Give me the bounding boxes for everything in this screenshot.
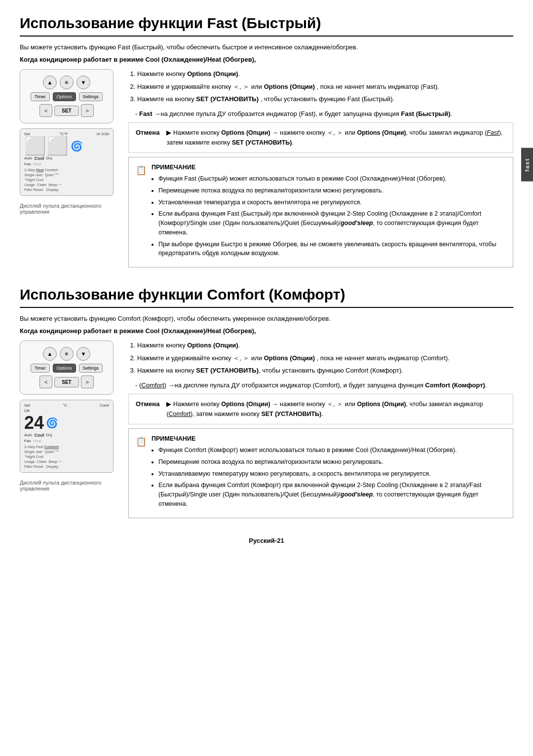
disp-opt-4: Usage Clean Beep °°°	[24, 183, 109, 187]
comfort-display-digit: 24	[24, 414, 44, 432]
fast-cancel-text: ▶ Нажмите кнопку Options (Опции) → нажми…	[166, 128, 506, 148]
page-footer: Русский-21	[20, 537, 513, 544]
comfort-disp-opt-3: ⁺Night Cool	[24, 454, 109, 459]
display-big-num: ⬜⬜	[24, 137, 69, 155]
fast-note-5: При выборе функции Быстро в режиме Обогр…	[158, 240, 506, 259]
comfort-remote-left-arrow[interactable]: ＜	[39, 376, 52, 388]
remote-down-btn[interactable]: ▼	[76, 76, 90, 89]
comfort-step-1: Нажмите кнопку Options (Опции).	[137, 340, 513, 350]
comfort-remote-mode-btn[interactable]: ⊕	[60, 347, 74, 361]
fast-note-label: ПРИМЕЧАНИЕ	[152, 162, 506, 172]
comfort-disp-opt-4: Usage Clean Beep °°°	[24, 459, 109, 464]
remote-options-btn[interactable]: Options	[53, 92, 76, 101]
comfort-note-2: Перемещение потока воздуха по вертикали/…	[158, 457, 506, 467]
comfort-remote-top-buttons: ▲ ⊕ ▼	[43, 347, 90, 361]
comfort-display-set: Set	[24, 403, 30, 408]
remote-nav-row: ＜ SET ＞	[39, 104, 93, 117]
comfort-mode-heat: Heat	[33, 439, 41, 443]
comfort-mode-fan: Fan	[24, 439, 31, 443]
comfort-note-box: 📋 ПРИМЕЧАНИЕ Функция Comfort (Комфорт) м…	[128, 428, 513, 518]
comfort-remote-set-btn[interactable]: SET	[54, 377, 78, 387]
comfort-cancel-text: ▶ Нажмите кнопку Options (Опции) → нажми…	[166, 399, 506, 419]
comfort-remote-down-btn[interactable]: ▼	[76, 347, 90, 361]
fast-desc: Вы можете установить функцию Fast (Быстр…	[20, 43, 513, 51]
comfort-instructions: Нажмите кнопку Options (Опции). Нажмите …	[128, 340, 513, 522]
comfort-content-row: ▲ ⊕ ▼ Timer Options Settings ＜ SET ＞	[20, 340, 513, 522]
display-fan-icon: 🌀	[71, 140, 83, 152]
fast-note-icon: 📋	[136, 163, 147, 262]
comfort-display-comf: Comf	[100, 403, 109, 408]
comfort-mode-cool: Cool	[34, 433, 44, 438]
mode-heat: Heat	[33, 162, 41, 166]
comfort-display-big-num: 24	[24, 414, 44, 432]
disp-opt-3: ⁺Night Cool	[24, 178, 109, 182]
remote-up-btn[interactable]: ▲	[43, 76, 57, 89]
display-hr: hr 0:00	[97, 132, 109, 136]
fast-note-1: Функция Fast (Быстрый) может использоват…	[158, 174, 506, 184]
comfort-remote-top: ▲ ⊕ ▼ Timer Options Settings ＜ SET ＞	[20, 340, 114, 395]
footer-text: Русский-21	[249, 537, 284, 544]
comfort-remote-options-btn[interactable]: Options	[53, 364, 76, 373]
mode-cool: Cool	[34, 156, 44, 161]
comfort-remote-settings-btn[interactable]: Settings	[79, 364, 103, 373]
fast-content-row: ▲ ⊕ ▼ Timer Options Settings ＜ SET ＞	[20, 69, 513, 271]
fast-note-3: Установленная температура и скорость вен…	[158, 198, 506, 207]
fast-notes-list: Функция Fast (Быстрый) может использоват…	[152, 174, 506, 258]
comfort-remote-display: Set °C Comf Off 24 🌀 Auto Coo	[20, 400, 114, 473]
display-options: 2-Step Fast Comfort Single user Quiet °°…	[24, 168, 109, 192]
comfort-mode-dry: Dry	[46, 433, 52, 438]
mode-dry: Dry	[46, 156, 52, 161]
remote-timer-btn[interactable]: Timer	[31, 92, 50, 101]
display-mode-row2: Fan Heat	[24, 162, 109, 166]
comfort-disp-opt-2: Single user Quiet °°°	[24, 450, 109, 454]
comfort-display-mode-row2: Fan Heat	[24, 439, 109, 443]
fast-cancel-box: Отмена ▶ Нажмите кнопку Options (Опции) …	[128, 122, 513, 153]
comfort-img-caption: Дисплей пульта дистанционного управления	[20, 480, 118, 491]
comfort-left-col: ▲ ⊕ ▼ Timer Options Settings ＜ SET ＞	[20, 340, 118, 522]
comfort-remote-timer-btn[interactable]: Timer	[31, 364, 50, 373]
comfort-note-3: Устанавливаемую температуру можно регули…	[158, 469, 506, 479]
comfort-notes-list: Функция Comfort (Комфорт) может использо…	[152, 446, 506, 509]
comfort-note-label: ПРИМЕЧАНИЕ	[152, 434, 506, 444]
remote-right-arrow[interactable]: ＞	[81, 104, 94, 117]
fast-subtitle: Когда кондиционер работает в режиме Cool…	[20, 56, 513, 63]
fast-section: Использование функции Fast (Быстрый) Вы …	[20, 15, 513, 271]
fast-dash-note: Fast →на дисплее пульта ДУ отобразится и…	[128, 109, 513, 119]
fast-note-content: ПРИМЕЧАНИЕ Функция Fast (Быстрый) может …	[152, 162, 506, 262]
comfort-cancel-box: Отмена ▶ Нажмите кнопку Options (Опции) …	[128, 394, 513, 424]
disp-opt-2: Single user Quiet °°°	[24, 173, 109, 177]
comfort-steps-list: Нажмите кнопку Options (Опции). Нажмите …	[128, 340, 513, 376]
comfort-mode-auto: Auto	[24, 433, 32, 438]
fast-img-caption: Дисплей пульта дистанционного управления	[20, 203, 118, 215]
comfort-title: Использование функции Comfort (Комфорт)	[20, 286, 513, 308]
comfort-remote-right-arrow[interactable]: ＞	[81, 376, 94, 388]
comfort-step-2: Нажмите и удерживайте кнопку ＜, ＞ или Op…	[137, 353, 513, 363]
side-label-text: fast	[524, 158, 530, 172]
remote-left-arrow[interactable]: ＜	[39, 104, 52, 117]
comfort-disp-opt-1: 2-Step Fast Comfort	[24, 445, 109, 449]
comfort-dash-note: (Comfort) →на дисплее пульта ДУ отобрази…	[128, 380, 513, 390]
comfort-disp-opt-5: Filter Reset Display	[24, 464, 109, 469]
comfort-display-degrees: °C	[63, 403, 67, 408]
comfort-display-mode-row1: Auto Cool Dry	[24, 433, 109, 438]
comfort-display-top-row: Set °C Comf	[24, 403, 109, 408]
remote-mode-btn[interactable]: ⊕	[60, 76, 74, 89]
remote-top-buttons: ▲ ⊕ ▼	[43, 76, 90, 89]
remote-settings-btn[interactable]: Settings	[79, 92, 103, 101]
comfort-note-content: ПРИМЕЧАНИЕ Функция Comfort (Комфорт) мож…	[152, 434, 506, 513]
fast-step-1: Нажмите кнопку Options (Опции).	[137, 69, 513, 79]
mode-auto: Auto	[24, 156, 32, 161]
comfort-remote-up-btn[interactable]: ▲	[43, 347, 57, 361]
fast-step-3: Нажмите на кнопку SET (УСТАНОВИТЬ) , что…	[137, 94, 513, 104]
comfort-desc: Вы можете установить функцию Comfort (Ко…	[20, 315, 513, 322]
disp-opt-1: 2-Step Fast Comfort	[24, 168, 109, 172]
comfort-step-3: Нажмите на кнопку SET (УСТАНОВИТЬ), чтоб…	[137, 366, 513, 376]
comfort-subtitle: Когда кондиционер работает в режиме Cool…	[20, 327, 513, 335]
comfort-remote-mid-buttons: Timer Options Settings	[31, 364, 103, 373]
comfort-note-1: Функция Comfort (Комфорт) может использо…	[158, 446, 506, 455]
remote-set-btn[interactable]: SET	[54, 106, 78, 116]
side-label: fast	[521, 148, 533, 182]
comfort-remote-nav-row: ＜ SET ＞	[39, 376, 93, 388]
fast-instructions: Нажмите кнопку Options (Опции). Нажмите …	[128, 69, 513, 271]
fast-step-2: Нажмите и удерживайте кнопку ＜, ＞ или Op…	[137, 82, 513, 92]
